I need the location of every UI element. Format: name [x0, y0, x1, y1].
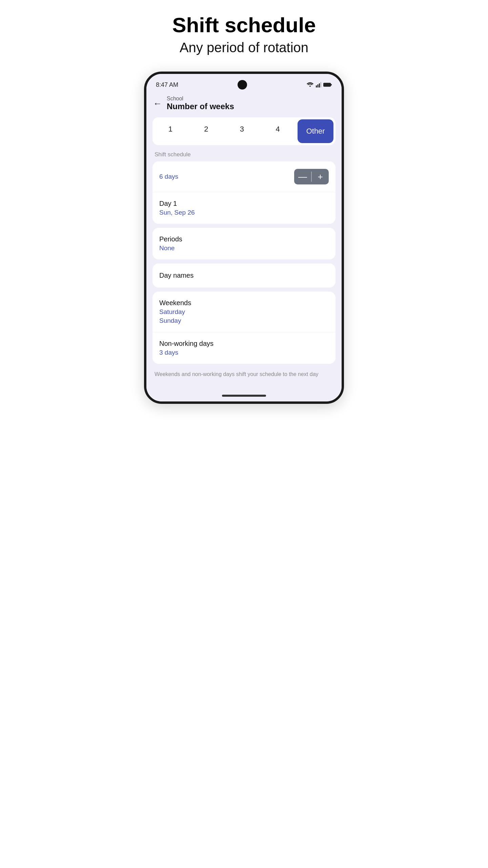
svg-rect-5: [331, 84, 332, 85]
day-names-title: Day names: [159, 272, 194, 279]
content: 1 2 3 4 Other Shift schedule 6 days — +: [146, 117, 342, 388]
weekends-row[interactable]: Weekends Saturday Sunday: [152, 292, 336, 332]
day1-title: Day 1: [159, 200, 195, 208]
non-working-value: 3 days: [159, 349, 214, 356]
wifi-icon: [306, 82, 314, 87]
svg-rect-0: [316, 85, 317, 87]
week-option-other[interactable]: Other: [298, 119, 333, 143]
day-names-card[interactable]: Day names: [152, 263, 336, 288]
phone-frame: 8:47 AM: [144, 72, 344, 403]
week-option-3[interactable]: 3: [224, 117, 260, 145]
stepper: — +: [294, 169, 329, 184]
days-card: 6 days — + Day 1 Sun, Sep 26: [152, 161, 336, 224]
status-bar: 8:47 AM: [146, 74, 342, 93]
page-title: Shift schedule: [172, 14, 316, 37]
footer-note: Weekends and non-working days shift your…: [152, 368, 336, 378]
day1-value: Sun, Sep 26: [159, 209, 195, 216]
section-label: Shift schedule: [152, 149, 336, 161]
status-icons: [306, 82, 332, 87]
stepper-minus[interactable]: —: [294, 169, 311, 184]
home-bar: [222, 395, 266, 397]
periods-value: None: [159, 244, 182, 252]
non-working-row[interactable]: Non-working days 3 days: [152, 332, 336, 364]
battery-icon: [323, 82, 332, 87]
app-bar-label: School: [167, 96, 234, 102]
page-wrapper: Shift schedule Any period of rotation 8:…: [122, 14, 366, 404]
app-bar-title: Number of weeks: [167, 102, 234, 111]
periods-card[interactable]: Periods None: [152, 228, 336, 259]
days-value: 6 days: [159, 173, 178, 180]
weekends-left: Weekends Saturday Sunday: [159, 299, 191, 324]
page-subtitle: Any period of rotation: [180, 40, 308, 55]
app-bar-text: School Number of weeks: [167, 96, 234, 111]
app-bar: ← School Number of weeks: [146, 93, 342, 117]
non-working-left: Non-working days 3 days: [159, 340, 214, 356]
weekends-saturday: Saturday: [159, 308, 191, 316]
periods-left: Periods None: [159, 235, 182, 252]
svg-rect-1: [317, 84, 318, 87]
week-option-1[interactable]: 1: [152, 117, 188, 145]
week-option-4[interactable]: 4: [260, 117, 296, 145]
svg-rect-6: [324, 84, 330, 86]
days-card-row: 6 days — +: [152, 161, 336, 192]
day1-card-row[interactable]: Day 1 Sun, Sep 26: [152, 192, 336, 224]
non-working-title: Non-working days: [159, 340, 214, 348]
weekends-nonworking-card: Weekends Saturday Sunday Non-working day…: [152, 292, 336, 364]
week-selector: 1 2 3 4 Other: [152, 117, 336, 145]
back-button[interactable]: ←: [153, 98, 162, 109]
periods-title: Periods: [159, 235, 182, 243]
week-option-2[interactable]: 2: [188, 117, 224, 145]
periods-card-row: Periods None: [152, 228, 336, 259]
camera-notch: [238, 80, 247, 90]
svg-rect-2: [319, 83, 320, 87]
status-time: 8:47 AM: [156, 81, 178, 88]
home-indicator: [146, 389, 342, 401]
svg-rect-3: [320, 82, 321, 87]
stepper-plus[interactable]: +: [312, 169, 329, 184]
signal-icon: [316, 82, 321, 87]
weekends-title: Weekends: [159, 299, 191, 307]
weekends-sunday: Sunday: [159, 317, 191, 324]
day1-left: Day 1 Sun, Sep 26: [159, 200, 195, 216]
